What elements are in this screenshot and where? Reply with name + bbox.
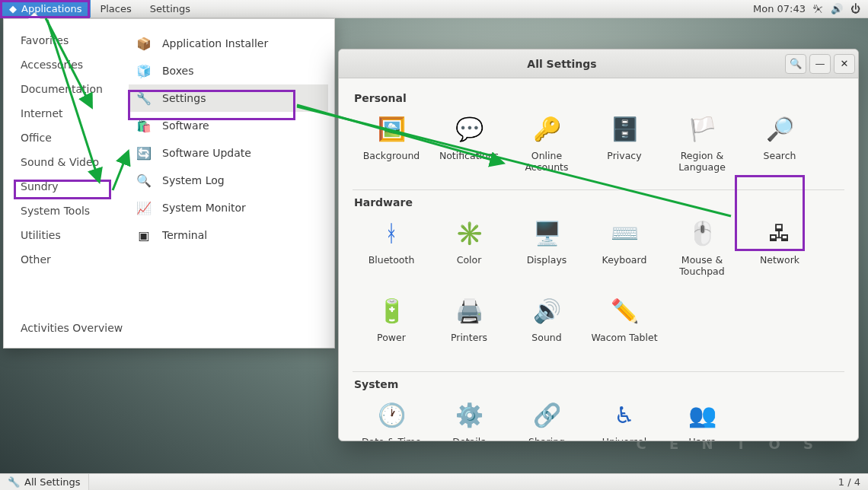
cat-sound-video[interactable]: Sound & Video: [21, 154, 118, 170]
network-tray-icon[interactable]: ⏧: [813, 3, 823, 14]
minimize-button[interactable]: —: [809, 54, 831, 74]
settings-displays[interactable]: 🖥️Displays: [508, 212, 586, 289]
search-prefs-icon: 🔎: [763, 112, 796, 145]
close-icon: ✕: [841, 58, 849, 69]
keyboard-icon: ⌨️: [608, 216, 641, 250]
divider: [353, 189, 844, 190]
top-panel: ◆ Applications Places Settings Mon 07:43…: [0, 0, 868, 18]
cat-internet[interactable]: Internet: [21, 106, 118, 121]
settings-universal-access[interactable]: ♿Universal Access: [586, 393, 663, 441]
cat-utilities[interactable]: Utilities: [21, 228, 118, 243]
settings-body: Personal 🖼️Background 💬Notifications 🔑On…: [339, 78, 858, 441]
section-personal-grid: 🖼️Background 💬Notifications 🔑Online Acco…: [353, 107, 844, 185]
settings-sharing[interactable]: 🔗Sharing: [508, 393, 586, 441]
menu-settings[interactable]: Settings: [141, 0, 199, 18]
settings-mouse-touchpad[interactable]: 🖱️Mouse & Touchpad: [663, 212, 741, 289]
settings-app-icon: 🔧: [135, 89, 153, 107]
settings-notifications[interactable]: 💬Notifications: [430, 107, 508, 185]
settings-printers[interactable]: 🖨️Printers: [430, 289, 508, 367]
bottom-taskbar: 🔧 All Settings 1 / 4: [0, 473, 868, 490]
settings-wacom[interactable]: ✏️Wacom Tablet: [586, 289, 663, 367]
settings-online-accounts[interactable]: 🔑Online Accounts: [508, 107, 586, 185]
settings-date-time[interactable]: 🕐Date & Time: [353, 393, 430, 441]
settings-window: All Settings 🔍 — ✕ Personal 🖼️Background…: [338, 49, 859, 441]
section-system-grid: 🕐Date & Time ⚙️Details 🔗Sharing ♿Univers…: [353, 393, 844, 441]
app-settings[interactable]: 🔧Settings: [129, 84, 328, 112]
settings-power[interactable]: 🔋Power: [353, 289, 430, 367]
installer-icon: 📦: [135, 34, 153, 52]
cat-documentation[interactable]: Documentation: [21, 81, 118, 97]
section-hardware-title: Hardware: [354, 196, 844, 208]
wacom-icon: ✏️: [608, 294, 641, 327]
task-all-settings[interactable]: 🔧 All Settings: [0, 474, 89, 490]
close-button[interactable]: ✕: [834, 54, 855, 74]
system-tray: Mon 07:43 ⏧ 🔊 ⏻: [753, 0, 868, 18]
app-system-log[interactable]: 🔍System Log: [129, 167, 328, 194]
settings-bluetooth[interactable]: ᚼBluetooth: [353, 212, 430, 289]
search-icon: 🔍: [790, 58, 802, 69]
background-icon: 🖼️: [375, 112, 408, 145]
settings-keyboard[interactable]: ⌨️Keyboard: [586, 212, 663, 289]
sharing-icon: 🔗: [530, 398, 563, 431]
activities-overview-link[interactable]: Activities Overview: [21, 322, 123, 334]
cat-office[interactable]: Office: [21, 130, 118, 145]
software-update-icon: 🔄: [135, 144, 153, 162]
app-categories: Favorites Accessories Documentation Inte…: [4, 19, 126, 348]
region-language-icon: 🏳️: [685, 112, 719, 145]
search-button[interactable]: 🔍: [785, 54, 806, 74]
settings-users[interactable]: 👥Users: [663, 393, 741, 441]
cat-accessories[interactable]: Accessories: [21, 57, 118, 72]
settings-details[interactable]: ⚙️Details: [430, 393, 508, 441]
minimize-icon: —: [815, 58, 825, 69]
app-software-update[interactable]: 🔄Software Update: [129, 139, 328, 167]
universal-access-icon: ♿: [608, 398, 641, 431]
power-tray-icon[interactable]: ⏻: [850, 3, 860, 14]
cat-sundry[interactable]: Sundry: [21, 179, 118, 194]
popup-arrow: [28, 13, 40, 19]
app-terminal[interactable]: ▣Terminal: [129, 221, 328, 249]
menu-places[interactable]: Places: [91, 0, 140, 18]
settings-sound[interactable]: 🔊Sound: [508, 289, 586, 367]
mouse-icon: 🖱️: [685, 216, 719, 250]
menu-applications[interactable]: ◆ Applications: [0, 0, 91, 18]
sound-icon: 🔊: [530, 294, 563, 327]
settings-network[interactable]: 🖧Network: [741, 212, 819, 289]
users-icon: 👥: [685, 398, 719, 431]
color-icon: ✳️: [452, 216, 486, 250]
section-personal-title: Personal: [354, 92, 844, 104]
cat-favorites[interactable]: Favorites: [21, 33, 118, 48]
privacy-icon: 🗄️: [608, 112, 641, 145]
settings-region-language[interactable]: 🏳️Region & Language: [663, 107, 741, 185]
settings-background[interactable]: 🖼️Background: [353, 107, 430, 185]
displays-icon: 🖥️: [530, 216, 563, 250]
settings-privacy[interactable]: 🗄️Privacy: [586, 107, 663, 185]
volume-tray-icon[interactable]: 🔊: [831, 3, 843, 14]
cat-system-tools[interactable]: System Tools: [21, 203, 118, 218]
clock[interactable]: Mon 07:43: [753, 3, 806, 14]
settings-title: All Settings: [339, 58, 785, 70]
workspace-indicator[interactable]: 1 / 4: [831, 474, 868, 490]
app-boxes[interactable]: 🧊Boxes: [129, 57, 328, 84]
app-application-installer[interactable]: 📦Application Installer: [129, 30, 328, 57]
online-accounts-icon: 🔑: [530, 112, 563, 145]
system-log-icon: 🔍: [135, 171, 153, 189]
printers-icon: 🖨️: [452, 294, 486, 327]
system-monitor-icon: 📈: [135, 199, 153, 217]
applications-menu-popup: Favorites Accessories Documentation Inte…: [3, 18, 335, 348]
settings-search[interactable]: 🔎Search: [741, 107, 819, 185]
section-system-title: System: [354, 378, 844, 390]
boxes-icon: 🧊: [135, 62, 153, 80]
app-system-monitor[interactable]: 📈System Monitor: [129, 194, 328, 221]
applications-icon: ◆: [9, 3, 17, 14]
section-hardware-grid: ᚼBluetooth ✳️Color 🖥️Displays ⌨️Keyboard…: [353, 212, 844, 367]
settings-titlebar[interactable]: All Settings 🔍 — ✕: [339, 49, 858, 78]
settings-color[interactable]: ✳️Color: [430, 212, 508, 289]
terminal-icon: ▣: [135, 226, 153, 244]
software-icon: 🛍️: [135, 116, 153, 135]
task-label: All Settings: [24, 476, 81, 488]
app-software[interactable]: 🛍️Software: [129, 112, 328, 139]
cat-other[interactable]: Other: [21, 252, 118, 267]
app-list: 📦Application Installer 🧊Boxes 🔧Settings …: [126, 19, 334, 348]
bluetooth-icon: ᚼ: [375, 216, 408, 250]
network-icon: 🖧: [763, 216, 796, 250]
